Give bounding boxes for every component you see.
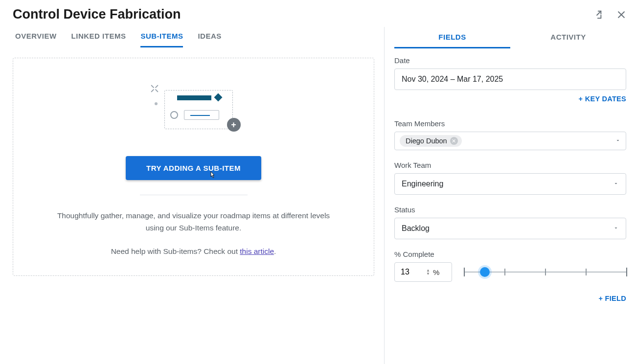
sub-items-empty-state: + TRY ADDING A SUB-ITEM Thoughtfully gat… (13, 58, 374, 276)
percent-complete-input[interactable] (400, 267, 423, 277)
empty-state-description: Thoughtfully gather, manage, and visuali… (52, 210, 335, 234)
tab-linked-items[interactable]: LINKED ITEMS (71, 27, 126, 47)
empty-state-help: Need help with Sub-items? Check out this… (52, 247, 335, 256)
sparkle-icon (149, 83, 160, 94)
side-tab-fields[interactable]: FIELDS (394, 27, 510, 48)
plus-badge-icon: + (227, 118, 241, 132)
tab-sub-items[interactable]: SUB-ITEMS (140, 27, 183, 47)
date-label: Date (394, 56, 626, 65)
team-members-input[interactable]: Diego Dubon ✕ (394, 132, 626, 150)
tab-overview[interactable]: OVERVIEW (15, 27, 57, 47)
chevron-down-icon (613, 180, 619, 188)
number-stepper[interactable]: ▲▼ (426, 269, 430, 275)
help-article-link[interactable]: this article (240, 247, 274, 255)
try-adding-sub-item-button[interactable]: TRY ADDING A SUB-ITEM (126, 156, 261, 180)
chevron-down-icon (613, 224, 619, 233)
status-select[interactable]: Backlog (394, 218, 626, 239)
percent-complete-label: % Complete (394, 250, 626, 258)
side-tabs: FIELDS ACTIVITY (394, 27, 626, 48)
tab-ideas[interactable]: IDEAS (198, 27, 221, 47)
main-tabs: OVERVIEW LINKED ITEMS SUB-ITEMS IDEAS (13, 27, 374, 48)
open-externally-icon[interactable] (592, 9, 603, 20)
side-tab-activity[interactable]: ACTIVITY (510, 27, 626, 48)
percent-complete-input-wrap: ▲▼ % (394, 262, 452, 282)
date-input[interactable]: Nov 30, 2024 – Mar 17, 2025 (394, 68, 626, 90)
percent-complete-slider[interactable] (464, 267, 626, 277)
percent-suffix: % (433, 268, 439, 276)
empty-state-illustration: + (150, 83, 238, 136)
status-label: Status (394, 205, 626, 214)
remove-member-icon[interactable]: ✕ (450, 137, 458, 145)
add-field-button[interactable]: + FIELD (394, 295, 626, 302)
cursor-pointer-icon (208, 170, 217, 182)
key-dates-button[interactable]: + KEY DATES (394, 95, 626, 103)
work-team-label: Work Team (394, 161, 626, 169)
close-icon[interactable] (616, 10, 626, 20)
work-team-select[interactable]: Engineering (394, 173, 626, 195)
chevron-down-icon (615, 136, 621, 145)
team-members-label: Team Members (394, 119, 626, 128)
member-chip: Diego Dubon ✕ (400, 135, 462, 147)
page-title: Control Device Fabrication (13, 7, 592, 22)
